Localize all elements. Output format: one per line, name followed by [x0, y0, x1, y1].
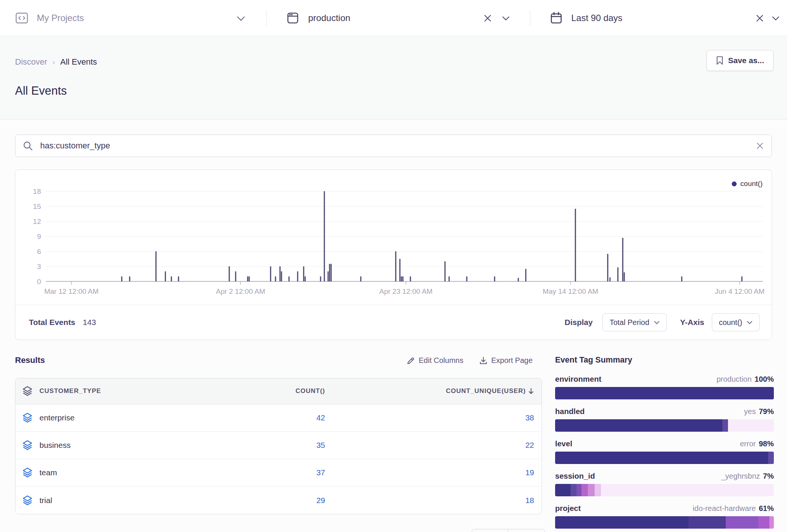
tag-bar-segment[interactable]	[555, 484, 571, 496]
column-header-customer-type[interactable]: CUSTOMER_TYPE	[39, 387, 242, 395]
chart-spike[interactable]	[229, 266, 230, 281]
tag-bar-segment[interactable]	[555, 419, 722, 432]
tag-bar-segment[interactable]	[768, 452, 774, 464]
search-input[interactable]: has:customer_type	[40, 141, 757, 151]
count-cell[interactable]: 35	[242, 441, 333, 450]
chart-spike[interactable]	[328, 271, 329, 281]
tag-bar-segment[interactable]	[581, 484, 588, 496]
events-over-time-chart[interactable]: 0369121518Mar 12 12:00 AMApr 2 12:00 AMA…	[15, 170, 772, 296]
chart-spike[interactable]	[410, 277, 411, 281]
chart-spike[interactable]	[403, 277, 404, 281]
count-unique-cell[interactable]: 38	[333, 413, 542, 422]
count-cell[interactable]: 37	[242, 468, 333, 477]
project-chevron-down-icon[interactable]	[237, 16, 245, 21]
chart-spike[interactable]	[400, 259, 401, 281]
tag-distribution-bar[interactable]	[555, 516, 774, 529]
tag-distribution-bar[interactable]	[555, 419, 774, 432]
tag-bar-segment[interactable]	[555, 387, 774, 399]
tag-distribution-bar[interactable]	[555, 387, 774, 399]
chart-spike[interactable]	[303, 266, 304, 281]
chart-spike[interactable]	[249, 277, 250, 281]
chart-spike[interactable]	[449, 277, 450, 281]
tag-bar-segment[interactable]	[728, 419, 774, 432]
chart-spike[interactable]	[575, 209, 576, 281]
date-range-chevron-down-icon[interactable]	[772, 16, 779, 21]
date-range-clear-icon[interactable]	[756, 15, 763, 22]
chart-spike[interactable]	[518, 278, 519, 281]
tag-bar-segment[interactable]	[577, 484, 581, 496]
chart-spike[interactable]	[324, 191, 325, 281]
count-unique-cell[interactable]: 18	[333, 496, 542, 505]
environment-chevron-down-icon[interactable]	[502, 16, 510, 21]
chart-spike[interactable]	[331, 264, 332, 281]
count-unique-cell[interactable]: 19	[333, 468, 542, 477]
chart-spike[interactable]	[165, 271, 166, 281]
search-bar[interactable]: has:customer_type	[15, 135, 772, 157]
chart-spike[interactable]	[281, 271, 282, 281]
tag-bar-segment[interactable]	[769, 516, 774, 529]
stack-icon[interactable]	[22, 495, 33, 506]
tag-bar-segment[interactable]	[601, 484, 774, 496]
project-selector[interactable]: My Projects	[15, 0, 84, 36]
chart-spike[interactable]	[742, 277, 743, 281]
chart-spike[interactable]	[610, 277, 611, 281]
chart-spike[interactable]	[617, 268, 619, 281]
export-page-button[interactable]: Export Page	[479, 356, 533, 365]
chart-spike[interactable]	[494, 277, 495, 281]
chart-legend[interactable]: count()	[732, 180, 763, 188]
yaxis-dropdown[interactable]: count()	[712, 313, 760, 331]
tag-bar-segment[interactable]	[595, 484, 601, 496]
chart-spike[interactable]	[235, 271, 236, 281]
count-unique-cell[interactable]: 22	[333, 441, 542, 450]
stack-icon[interactable]	[22, 386, 33, 396]
tag-bar-segment[interactable]	[726, 516, 758, 529]
tag-distribution-bar[interactable]	[555, 452, 774, 464]
chart-spike[interactable]	[178, 277, 179, 281]
column-header-count-unique-user[interactable]: COUNT_UNIQUE(USER)	[333, 387, 542, 395]
tag-bar-segment[interactable]	[555, 452, 768, 464]
column-header-count[interactable]: COUNT()	[242, 387, 333, 395]
tag-bar-segment[interactable]	[758, 516, 769, 529]
environment-filter[interactable]: production	[287, 0, 350, 36]
tag-distribution-bar[interactable]	[555, 484, 774, 496]
chart-spike[interactable]	[466, 277, 468, 281]
breadcrumb-discover-link[interactable]: Discover	[15, 57, 47, 67]
chart-spike[interactable]	[624, 272, 625, 281]
tag-bar-segment[interactable]	[588, 484, 594, 496]
chart-spike[interactable]	[305, 277, 306, 281]
search-clear-icon[interactable]	[757, 142, 763, 149]
tag-bar-segment[interactable]	[571, 484, 577, 496]
chart-spike[interactable]	[445, 261, 446, 281]
previous-page-button[interactable]	[472, 529, 508, 532]
chart-spike[interactable]	[622, 238, 624, 281]
chart-spike[interactable]	[329, 264, 330, 281]
chart-spike[interactable]	[401, 277, 402, 281]
chart-spike[interactable]	[275, 277, 276, 281]
chart-spike[interactable]	[156, 251, 157, 281]
chart-spike[interactable]	[129, 277, 130, 281]
tag-bar-segment[interactable]	[689, 516, 726, 529]
save-as-button[interactable]: Save as...	[707, 50, 773, 71]
tag-bar-segment[interactable]	[555, 516, 689, 529]
display-dropdown[interactable]: Total Period	[602, 313, 667, 331]
chart-spike[interactable]	[289, 277, 290, 281]
stack-icon[interactable]	[22, 467, 33, 478]
chart-spike[interactable]	[297, 271, 298, 281]
chart-spike[interactable]	[280, 266, 281, 281]
next-page-button[interactable]	[508, 529, 545, 532]
chart-spike[interactable]	[270, 266, 271, 281]
chart-spike[interactable]	[607, 254, 608, 281]
stack-icon[interactable]	[22, 440, 33, 450]
chart-spike[interactable]	[320, 277, 321, 281]
edit-columns-button[interactable]: Edit Columns	[407, 356, 463, 365]
count-cell[interactable]: 42	[242, 413, 333, 422]
tag-bar-segment[interactable]	[722, 419, 728, 432]
count-cell[interactable]: 29	[242, 496, 333, 505]
environment-clear-icon[interactable]	[484, 15, 491, 22]
chart-spike[interactable]	[121, 277, 123, 281]
stack-icon[interactable]	[22, 413, 33, 423]
chart-spike[interactable]	[395, 251, 397, 281]
chart-spike[interactable]	[171, 277, 172, 281]
chart-spike[interactable]	[525, 269, 527, 281]
chart-spike[interactable]	[360, 277, 362, 281]
